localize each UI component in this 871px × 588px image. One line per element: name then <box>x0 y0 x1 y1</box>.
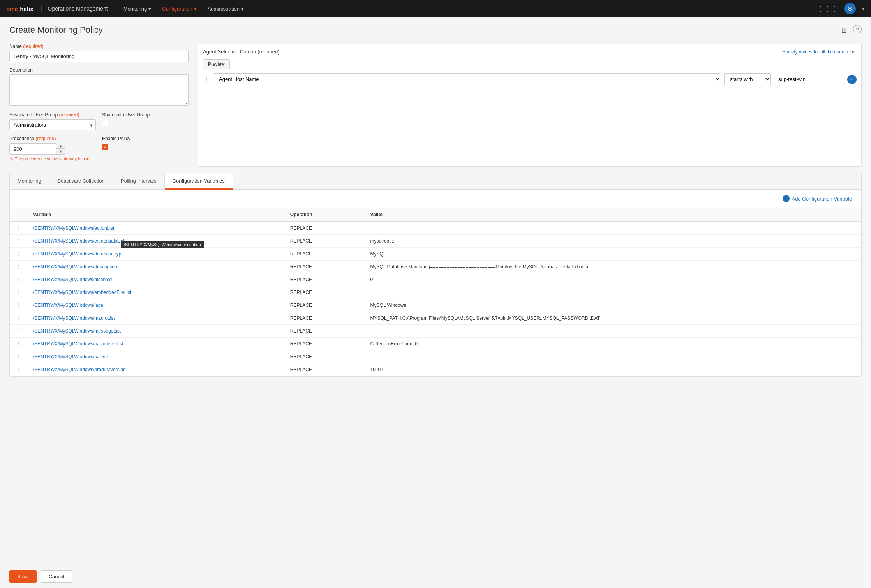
drag-handle-icon: ⋮ <box>16 264 21 269</box>
row-drag-handle: ⋮ <box>10 312 27 325</box>
row-variable: /SENTRY/X/MySQLWindows/description <box>27 261 284 273</box>
grid-icon[interactable]: ⋮⋮⋮ <box>817 4 838 13</box>
enable-policy-checkbox[interactable] <box>102 144 108 150</box>
logo-helix: helix <box>20 5 33 12</box>
row-drag-handle: ⋮ <box>10 350 27 363</box>
table-header: Variable Operation Value <box>10 208 861 222</box>
criteria-value-input[interactable] <box>774 74 844 85</box>
tab-config-vars[interactable]: Configuration Variables <box>165 173 233 190</box>
table-row: ⋮/SENTRY/X/MySQLWindows/labelREPLACEMySQ… <box>10 299 861 312</box>
th-value: Value <box>364 208 861 222</box>
row-operation: REPLACE <box>284 248 364 261</box>
drag-handle-icon: ⋮ <box>16 251 21 257</box>
form-layout: Name (required) Description Associated U… <box>9 44 862 167</box>
tab-polling[interactable]: Polling Intervals <box>113 173 165 190</box>
nav-configuration[interactable]: Configuration ▾ <box>157 3 201 15</box>
precedence-down-button[interactable]: ▼ <box>56 149 65 154</box>
row-operation: REPLACE <box>284 299 364 312</box>
row-value: MySQL Database Monitoring===============… <box>364 261 861 273</box>
drag-handle-icon: ⋮ <box>16 315 21 321</box>
app-logo[interactable]: bmchelix <box>6 5 34 12</box>
nav-right: ⋮⋮⋮ S ▾ <box>817 3 865 14</box>
drag-handle-icon: ⋮ <box>16 238 21 244</box>
user-group-row: Associated User Group (required) Adminis… <box>9 112 189 136</box>
table-row: ⋮/SENTRY/X/MySQLWindows/parentREPLACE <box>10 350 861 363</box>
criteria-operator-select[interactable]: starts with <box>724 73 771 85</box>
drag-handle-icon: ⋮ <box>16 328 21 334</box>
row-variable: /SENTRY/X/MySQLWindows/parent <box>27 350 284 363</box>
save-button[interactable]: Save <box>9 570 37 583</box>
row-operation: REPLACE <box>284 235 364 248</box>
table-row: ⋮/SENTRY/X/MySQLWindows/databaseTypeREPL… <box>10 248 861 261</box>
tab-monitoring[interactable]: Monitoring <box>10 173 49 190</box>
row-variable: /SENTRY/X/MySQLWindows/embeddedFileList <box>27 286 284 299</box>
drag-handle-icon: ⋮ <box>16 225 21 231</box>
row-value: MySQL Windows <box>364 299 861 312</box>
chevron-down-icon[interactable]: ▾ <box>862 6 865 12</box>
row-value: MYSQL_PATH;C:\\Program Files\\MySQL\\MyS… <box>364 312 861 325</box>
drag-handle-icon: ⋮ <box>16 277 21 282</box>
row-value: mysqlroot;;; <box>364 235 861 248</box>
table-row: ⋮/SENTRY/X/MySQLWindows/actionListREPLAC… <box>10 222 861 235</box>
row-operation: REPLACE <box>284 338 364 350</box>
row-drag-handle: ⋮ <box>10 261 27 273</box>
enable-policy-group: Enable Policy <box>102 136 189 161</box>
row-value: MySQL <box>364 248 861 261</box>
nav-administration[interactable]: Administration ▾ <box>203 3 249 15</box>
table-row: ⋮/SENTRY/X/MySQLWindows/credentialsListR… <box>10 235 861 248</box>
row-drag-handle: ⋮ <box>10 273 27 286</box>
row-drag-handle: ⋮ <box>10 299 27 312</box>
drag-handle-icon: ⋮ <box>16 303 21 308</box>
table-row: ⋮/SENTRY/X/MySQLWindows/messageListREPLA… <box>10 325 861 338</box>
row-value <box>364 286 861 299</box>
tabs-container: Monitoring Deactivate Collection Polling… <box>9 173 862 377</box>
precedence-group: Precedence (required) ▲ ▼ ⚠ The preceden… <box>9 136 96 161</box>
plus-circle-icon: + <box>783 195 790 202</box>
table-body: ⋮/SENTRY/X/MySQLWindows/actionListREPLAC… <box>10 222 861 376</box>
tab-deactivate[interactable]: Deactivate Collection <box>49 173 113 190</box>
row-value <box>364 325 861 338</box>
row-drag-handle: ⋮ <box>10 286 27 299</box>
row-operation: REPLACE <box>284 222 364 235</box>
row-variable: /SENTRY/X/MySQLWindows/disabled <box>27 273 284 286</box>
drag-handle-icon: ⋮ <box>16 290 21 295</box>
expand-icon[interactable]: ⊡ <box>838 25 849 36</box>
table-row: ⋮/SENTRY/X/MySQLWindows/productVersionRE… <box>10 363 861 376</box>
cancel-button[interactable]: Cancel <box>41 570 72 583</box>
share-group-group: Share with User Group <box>102 112 189 130</box>
row-drag-handle: ⋮ <box>10 235 27 248</box>
user-group-select[interactable]: Administrators <box>9 119 96 130</box>
name-input[interactable] <box>9 51 189 62</box>
share-group-checkbox[interactable] <box>102 120 108 126</box>
avatar[interactable]: S <box>844 3 856 14</box>
criteria-add-button[interactable]: + <box>847 75 857 84</box>
description-input[interactable] <box>9 74 189 106</box>
add-config-variable-button[interactable]: + Add Configuration Variable <box>779 194 855 204</box>
description-label: Description <box>9 67 189 73</box>
row-variable: /SENTRY/X/MySQLWindows/actionList <box>27 222 284 235</box>
user-group-select-wrap: Administrators ▾ <box>9 119 96 130</box>
specify-values-link[interactable]: Specify values for all the conditions. <box>782 49 857 55</box>
preview-button[interactable]: Preview <box>203 59 230 69</box>
row-variable: /SENTRY/X/MySQLWindows/messageList <box>27 325 284 338</box>
th-variable: Variable <box>27 208 284 222</box>
th-operation: Operation <box>284 208 364 222</box>
app-title: Operations Management <box>41 5 108 12</box>
row-value <box>364 222 861 235</box>
precedence-up-button[interactable]: ▲ <box>56 143 65 149</box>
precedence-input[interactable] <box>9 143 56 155</box>
nav-monitoring[interactable]: Monitoring ▾ <box>119 3 156 15</box>
drag-handle-icon: ⋮ <box>16 354 21 359</box>
table-row: ⋮/SENTRY/X/MySQLWindows/embeddedFileList… <box>10 286 861 299</box>
help-icon[interactable]: ? <box>853 25 862 33</box>
drag-handle-icon: ⋮ <box>16 341 21 347</box>
row-operation: REPLACE <box>284 273 364 286</box>
row-variable: /SENTRY/X/MySQLWindows/macroList <box>27 312 284 325</box>
criteria-field-select[interactable]: Agent Host Name <box>213 73 721 85</box>
precedence-label: Precedence (required) <box>9 136 96 141</box>
description-group: Description <box>9 67 189 107</box>
enable-policy-label: Enable Policy <box>102 136 189 141</box>
table-row: ⋮/SENTRY/X/MySQLWindows/macroListREPLACE… <box>10 312 861 325</box>
row-drag-handle: ⋮ <box>10 222 27 235</box>
table-row: ⋮/SENTRY/X/MySQLWindows/parameterListREP… <box>10 338 861 350</box>
